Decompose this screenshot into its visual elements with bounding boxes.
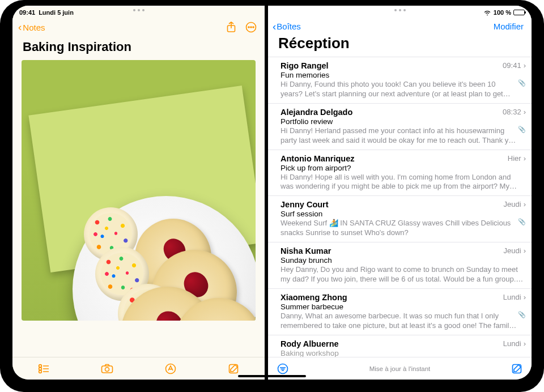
mail-time: 08:32 [503,108,521,116]
share-icon[interactable] [226,22,236,33]
mail-preview: Hi Danny! Hope all is well with you. I'm… [280,173,526,192]
note-title: Baking Inspiration [12,35,265,60]
chevron-right-icon: › [524,154,526,163]
attachment-icon: 📎 [518,311,526,318]
svg-point-3 [250,27,252,28]
svg-point-4 [253,27,254,28]
mail-sender: Xiaomeng Zhong [280,293,347,302]
mail-row[interactable]: Jenny Court Jeudi › Surf session Weekend… [268,195,532,242]
chevron-right-icon: › [524,108,526,116]
mail-subject: Sunday brunch [280,256,526,265]
mail-time: 09:41 [503,61,521,70]
multitask-control-left[interactable] [133,9,144,11]
home-indicator[interactable] [238,375,306,377]
multitask-control-right[interactable] [394,9,406,11]
note-body[interactable] [12,60,265,357]
notes-back-label: Notes [23,23,45,32]
mail-time: Hier [508,154,521,163]
mail-status-text: Mise à jour à l'instant [268,365,532,372]
compose-note-icon[interactable] [228,363,239,374]
mail-back-label: Boîtes [277,22,301,31]
mail-preview: Hey Danny, Do you and Rigo want to come … [280,265,526,284]
status-date: Lundi 5 juin [39,9,74,16]
battery-percent: 100 % [494,9,511,16]
notes-toolbar [12,357,265,380]
wifi-icon [483,10,491,15]
mail-sender: Rody Albuerne [280,339,339,348]
mail-time: Jeudi [504,200,521,208]
screen: 09:41 Lundi 5 juin ‹ Notes [12,6,532,380]
mail-preview: Hi Danny! Herland passed me your contact… [280,126,518,146]
mail-back-button[interactable]: ‹ Boîtes [273,22,301,31]
svg-point-5 [39,364,42,367]
mail-app-pane: 100 % ‹ Boîtes Modifier Réception Rigo R… [268,6,532,380]
chevron-right-icon: › [524,200,526,208]
mailbox-title: Réception [268,32,532,57]
checklist-icon[interactable] [38,364,49,374]
mail-sender: Nisha Kumar [280,246,331,255]
mail-sender: Antonio Manriquez [280,154,355,163]
status-time: 09:41 [19,9,35,16]
more-icon[interactable] [245,22,257,33]
svg-point-6 [39,367,42,370]
mail-subject: Surf session [280,210,526,218]
camera-icon[interactable] [101,364,113,374]
mail-row[interactable]: Rody Albuerne Lundi › Baking workshop [268,335,532,357]
mail-subject: Baking workshop [280,349,526,357]
markup-icon[interactable] [165,363,176,374]
mail-subject: Pick up from airport? [280,164,526,172]
notes-app-pane: 09:41 Lundi 5 juin ‹ Notes [12,6,265,380]
mail-preview: Hi Danny, Found this photo you took! Can… [280,80,518,99]
notes-back-button[interactable]: ‹ Notes [18,23,45,32]
svg-point-2 [248,27,249,28]
chevron-right-icon: › [524,293,526,301]
attachment-icon: 📎 [518,126,526,133]
mail-list[interactable]: Rigo Rangel 09:41 › Fun memories Hi Dann… [268,57,532,357]
mail-sender: Alejandra Delgado [280,108,352,117]
mail-sender: Rigo Rangel [280,61,329,70]
svg-point-7 [39,370,42,373]
mail-toolbar: Mise à jour à l'instant [268,357,532,380]
chevron-right-icon: › [524,246,526,255]
mail-row[interactable]: Antonio Manriquez Hier › Pick up from ai… [268,150,532,196]
attachment-icon: 📎 [518,79,526,87]
chevron-right-icon: › [524,61,526,70]
mail-row[interactable]: Alejandra Delgado 08:32 › Portfolio revi… [268,103,532,150]
mail-row[interactable]: Rigo Rangel 09:41 › Fun memories Hi Dann… [268,57,532,103]
mail-row[interactable]: Xiaomeng Zhong Lundi › Summer barbecue D… [268,288,532,335]
mail-time: Jeudi [504,246,521,255]
mail-preview: Danny, What an awesome barbecue. It was … [280,312,518,331]
battery-icon [513,10,525,15]
attachment-icon: 📎 [518,218,526,225]
status-bar-left: 09:41 Lundi 5 juin [12,6,265,17]
svg-point-9 [105,367,109,371]
chevron-right-icon: › [524,339,526,348]
mail-preview: Weekend Surf 🏄 IN SANTA CRUZ Glassy wave… [280,219,518,238]
note-image [22,60,256,321]
status-bar-right: 100 % [268,6,532,17]
mail-subject: Summer barbecue [280,302,526,311]
mail-edit-button[interactable]: Modifier [494,22,524,31]
chevron-left-icon: ‹ [18,23,22,31]
mail-row[interactable]: Nisha Kumar Jeudi › Sunday brunch Hey Da… [268,242,532,288]
chevron-left-icon: ‹ [273,23,276,31]
mail-nav-bar: ‹ Boîtes Modifier [268,17,532,32]
mail-subject: Portfolio review [280,117,526,126]
mail-time: Lundi [503,339,521,348]
ipad-frame: 09:41 Lundi 5 juin ‹ Notes [0,0,544,392]
mail-subject: Fun memories [280,71,526,79]
mail-sender: Jenny Court [280,200,329,209]
mail-time: Lundi [503,293,521,301]
notes-nav-bar: ‹ Notes [12,17,265,35]
